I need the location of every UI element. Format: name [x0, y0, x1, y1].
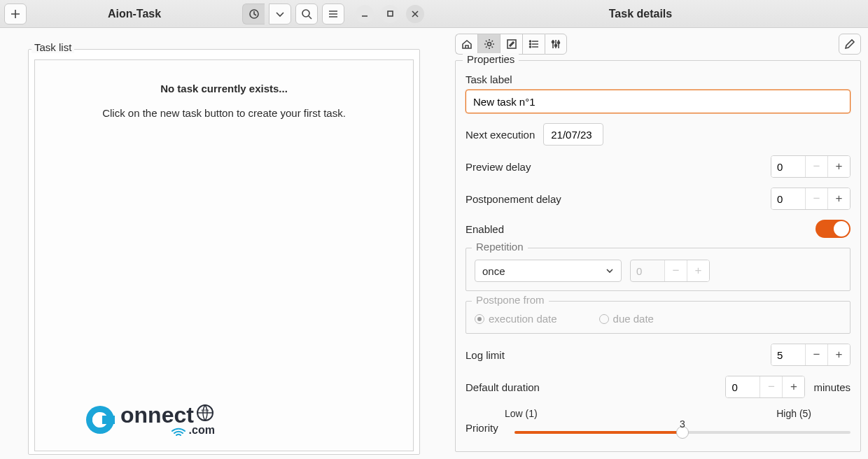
priority-slider[interactable]: 3 [514, 431, 850, 434]
preview-delay-value[interactable] [771, 156, 805, 177]
postpone-from-due-label: due date [613, 313, 654, 325]
enabled-caption: Enabled [465, 223, 807, 235]
preview-delay-inc[interactable]: + [827, 156, 850, 177]
tab-edit[interactable] [500, 34, 522, 55]
task-label-caption: Task label [465, 73, 850, 85]
priority-high-label: High (5) [776, 408, 811, 419]
repetition-group: Repetition once − + [465, 248, 850, 291]
svg-point-12 [529, 43, 531, 45]
next-execution-caption: Next execution [465, 129, 535, 141]
minimize-icon [360, 10, 369, 18]
repetition-count-dec: − [664, 260, 687, 281]
postponement-delay-dec[interactable]: − [805, 188, 827, 209]
brand-text: onnect [120, 405, 194, 425]
brand-watermark: onnect www .com [84, 403, 215, 437]
log-limit-dec[interactable]: − [805, 344, 827, 365]
postponement-delay-value[interactable] [771, 188, 805, 209]
new-task-button[interactable] [4, 3, 27, 24]
search-button[interactable] [295, 3, 318, 24]
task-label-input[interactable] [465, 90, 850, 113]
postpone-from-legend: Postpone from [472, 294, 549, 306]
repetition-count-spin: − + [630, 260, 710, 282]
search-icon [301, 8, 312, 20]
maximize-button[interactable] [381, 5, 399, 23]
brand-c-icon [84, 404, 116, 436]
edit-square-icon [506, 38, 517, 50]
enabled-toggle[interactable] [816, 220, 850, 238]
svg-text:www: www [201, 408, 209, 412]
task-list: No task currently exists... Click on the… [34, 59, 414, 451]
tab-list[interactable] [522, 34, 545, 55]
postpone-from-execution-radio: execution date [475, 313, 557, 325]
home-icon [461, 38, 472, 50]
log-limit-caption: Log limit [465, 349, 762, 361]
plus-icon [10, 8, 21, 20]
close-button[interactable] [406, 5, 424, 23]
header-bar: Aion-Task Task details [0, 0, 868, 28]
maximize-icon [386, 10, 394, 17]
svg-rect-5 [102, 416, 115, 424]
tab-properties[interactable] [477, 34, 500, 55]
repetition-legend: Repetition [472, 241, 528, 253]
default-duration-unit: minutes [813, 381, 850, 393]
task-list-empty-hint: Click on the new task button to create y… [35, 107, 413, 119]
default-duration-caption: Default duration [465, 381, 717, 393]
default-duration-value[interactable] [726, 376, 760, 397]
svg-point-13 [529, 46, 531, 48]
svg-point-15 [555, 45, 557, 47]
preview-delay-dec[interactable]: − [805, 156, 827, 177]
repetition-count-value [631, 260, 664, 281]
preview-delay-spin[interactable]: − + [771, 155, 850, 178]
hamburger-icon [328, 8, 339, 20]
svg-point-14 [552, 41, 554, 43]
postponement-delay-spin[interactable]: − + [771, 188, 850, 210]
properties-legend: Properties [463, 53, 519, 65]
details-toolbar [455, 34, 861, 55]
chevron-down-icon [274, 8, 286, 20]
close-icon [411, 10, 419, 18]
recent-dropdown-button[interactable] [269, 3, 291, 24]
default-duration-inc[interactable]: + [782, 376, 804, 397]
app-title: Aion-Task [29, 8, 239, 20]
menu-button[interactable] [322, 3, 344, 24]
svg-point-1 [302, 10, 309, 17]
tab-home[interactable] [455, 34, 477, 55]
tab-sliders[interactable] [545, 34, 567, 55]
properties-panel: Properties Task label Next execution Pre… [455, 60, 861, 452]
repetition-mode-combo[interactable]: once [475, 260, 622, 282]
next-execution-input[interactable] [543, 123, 603, 146]
repetition-mode-value: once [482, 265, 505, 277]
radio-icon [475, 314, 484, 324]
default-duration-spin[interactable]: − + [725, 376, 805, 398]
chevron-down-icon [606, 267, 614, 275]
pencil-icon [844, 38, 855, 50]
svg-point-11 [529, 41, 531, 42]
list-icon [528, 38, 540, 50]
svg-point-16 [558, 42, 560, 44]
postponement-delay-caption: Postponement delay [465, 193, 762, 205]
svg-rect-2 [388, 11, 393, 16]
postpone-from-group: Postpone from execution date due date [465, 301, 850, 334]
brand-suffix: .com [189, 425, 215, 435]
clock-icon [248, 8, 260, 20]
repetition-count-inc: + [687, 260, 709, 281]
gear-icon [484, 38, 495, 50]
preview-delay-caption: Preview delay [465, 161, 762, 173]
postponement-delay-inc[interactable]: + [827, 188, 850, 209]
postpone-from-due-radio: due date [599, 313, 654, 325]
postpone-from-execution-label: execution date [489, 313, 557, 325]
priority-low-label: Low (1) [505, 408, 538, 419]
edit-details-button[interactable] [839, 34, 861, 55]
task-list-empty-title: No task currently exists... [35, 83, 413, 94]
log-limit-spin[interactable]: − + [771, 344, 850, 366]
wifi-icon [171, 424, 186, 437]
log-limit-inc[interactable]: + [827, 344, 850, 365]
svg-point-9 [487, 43, 491, 46]
minimize-button[interactable] [356, 5, 374, 23]
priority-caption: Priority [465, 422, 514, 434]
radio-icon [599, 314, 609, 324]
task-list-legend: Task list [31, 41, 74, 53]
log-limit-value[interactable] [771, 344, 805, 365]
default-duration-dec[interactable]: − [760, 376, 782, 397]
recent-button[interactable] [242, 3, 265, 24]
